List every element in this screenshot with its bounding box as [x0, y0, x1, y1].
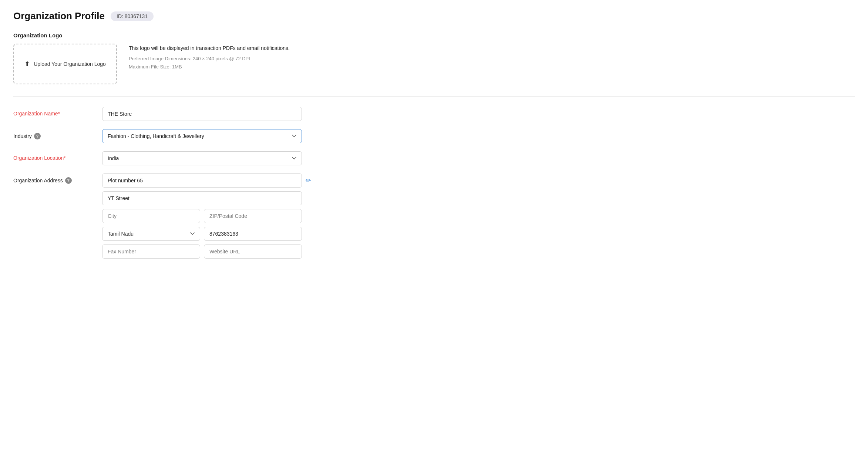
address-line1-input[interactable]	[102, 173, 302, 188]
org-name-control	[102, 107, 855, 121]
zip-input[interactable]	[204, 209, 302, 223]
address-state-phone-row: Tamil Nadu	[102, 227, 302, 241]
address-city-zip-row	[102, 209, 302, 223]
form-section: Organization Name* Industry ? Fashion - …	[13, 96, 855, 259]
address-edit-icon[interactable]: ✏	[306, 173, 311, 185]
logo-info: This logo will be displayed in transacti…	[129, 44, 290, 71]
logo-section-label: Organization Logo	[13, 32, 855, 38]
logo-filesize: Maximum File Size: 1MB	[129, 63, 290, 71]
org-location-label: Organization Location*	[13, 151, 102, 161]
industry-select[interactable]: Fashion - Clothing, Handicraft & Jewelle…	[102, 129, 302, 143]
website-input[interactable]	[204, 245, 302, 259]
city-input[interactable]	[102, 209, 200, 223]
fax-input[interactable]	[102, 245, 200, 259]
address-block: Tamil Nadu	[102, 173, 302, 259]
industry-row: Industry ? Fashion - Clothing, Handicraf…	[13, 129, 855, 143]
org-name-row: Organization Name*	[13, 107, 855, 121]
upload-label: Upload Your Organization Logo	[34, 61, 106, 67]
org-address-label: Organization Address ?	[13, 173, 102, 184]
logo-info-main: This logo will be displayed in transacti…	[129, 45, 290, 51]
logo-section: ⬆ Upload Your Organization Logo This log…	[13, 44, 855, 84]
logo-info-sub: Preferred Image Dimensions: 240 × 240 pi…	[129, 55, 290, 71]
org-location-select[interactable]: India	[102, 151, 302, 165]
upload-icon: ⬆	[24, 60, 30, 68]
org-id-badge: ID: 80367131	[111, 11, 154, 21]
industry-control: Fashion - Clothing, Handicraft & Jewelle…	[102, 129, 855, 143]
industry-help-icon[interactable]: ?	[34, 133, 41, 139]
industry-label: Industry ?	[13, 129, 102, 139]
org-address-control: Tamil Nadu ✏	[102, 173, 855, 259]
org-name-input[interactable]	[102, 107, 302, 121]
org-location-row: Organization Location* India	[13, 151, 855, 165]
logo-dimensions: Preferred Image Dimensions: 240 × 240 pi…	[129, 55, 290, 63]
address-fax-website-row	[102, 245, 302, 259]
logo-upload-box[interactable]: ⬆ Upload Your Organization Logo	[13, 44, 117, 84]
page-title: Organization Profile	[13, 10, 105, 22]
address-line2-input[interactable]	[102, 191, 302, 205]
org-location-control: India	[102, 151, 855, 165]
page-header: Organization Profile ID: 80367131	[13, 10, 855, 22]
upload-box-inner: ⬆ Upload Your Organization Logo	[24, 60, 106, 68]
org-address-row: Organization Address ? Tamil Nadu	[13, 173, 855, 259]
org-name-label: Organization Name*	[13, 107, 102, 117]
address-help-icon[interactable]: ?	[65, 177, 72, 184]
phone-input[interactable]	[204, 227, 302, 241]
state-select[interactable]: Tamil Nadu	[102, 227, 200, 241]
